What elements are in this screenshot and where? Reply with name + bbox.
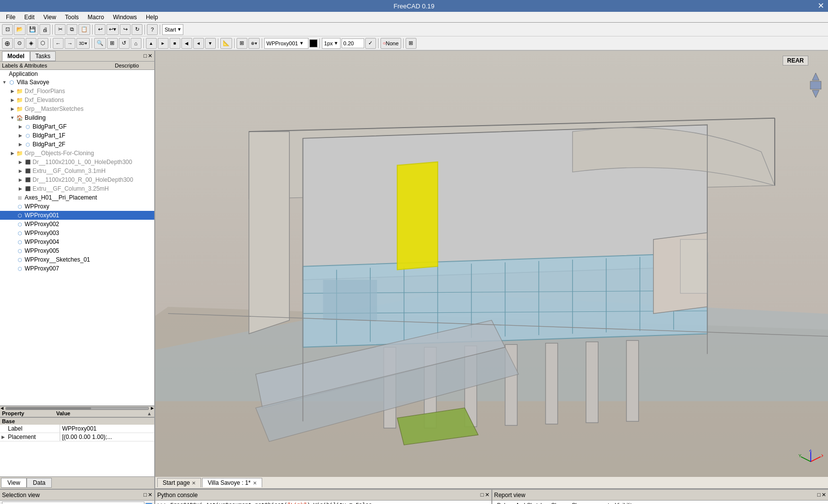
tb-3d-nav[interactable]: 3D▾ xyxy=(76,38,90,49)
tree-item-dxf-floor[interactable]: ▶ 📁 Dxf_FloorPlans xyxy=(0,87,154,96)
py-icon-1[interactable]: □ xyxy=(481,492,484,498)
tb-wp-dropdown[interactable]: WPProxy001 ▾ xyxy=(264,38,309,49)
tree-item-bldg-1f[interactable]: ▶ ⬡ BldgPart_1F xyxy=(0,131,154,140)
tb-undo[interactable]: ↩ xyxy=(95,24,105,35)
tree-item-villa[interactable]: ▼ ⬡ Villa Savoye xyxy=(0,78,154,87)
tb-start-dropdown[interactable]: Start ▾ xyxy=(162,24,183,35)
rpt-content[interactable]: : Debug: ArchSketch.onChange Change prop… xyxy=(492,501,828,504)
bldg-gf-expand[interactable]: ▶ xyxy=(17,123,24,130)
sel-icon-2[interactable]: ✕ xyxy=(148,492,152,498)
menu-windows[interactable]: Windows xyxy=(109,13,141,22)
tb-back2[interactable]: ◀ xyxy=(181,38,192,49)
tb-zoom2[interactable]: ⊞ xyxy=(107,38,118,49)
prop-tab-data[interactable]: Data xyxy=(27,478,52,488)
tb-right[interactable]: ► xyxy=(158,38,169,49)
tb-print[interactable]: 🖨 xyxy=(39,24,50,35)
tb-val-confirm[interactable]: ✓ xyxy=(365,38,376,49)
villa-expand[interactable]: ▼ xyxy=(1,79,8,86)
tree-item-bldg-gf[interactable]: ▶ ⬡ BldgPart_GF xyxy=(0,122,154,131)
tree-item-grp-master[interactable]: ▶ 📁 Grp__MasterSketches xyxy=(0,104,154,113)
tb-new[interactable]: ⊡ xyxy=(2,24,13,35)
menu-file[interactable]: File xyxy=(2,13,19,22)
tb-extra[interactable]: ⊞ xyxy=(406,38,416,49)
tb-zoom[interactable]: 🔍 xyxy=(94,38,106,49)
tree-item-dr-l[interactable]: ▶ ⬛ Dr__1100x2100_L_00_HoleDepth300 xyxy=(0,158,154,167)
tb-snap2[interactable]: ⊕▾ xyxy=(248,38,260,49)
tree-item-extru-col2[interactable]: ▶ ⬛ Extru__GF_Column_3.25mH xyxy=(0,184,154,193)
grp-master-expand[interactable]: ▶ xyxy=(9,105,16,112)
tb-none-btn[interactable]: ○ None xyxy=(380,38,401,49)
sel-search-input[interactable] xyxy=(2,502,144,504)
tree-item-axes[interactable]: ⊞ Axes_H01__Pri_Placement xyxy=(0,193,154,202)
tb-save[interactable]: 💾 xyxy=(27,24,38,35)
tb-cut[interactable]: ✂ xyxy=(55,24,66,35)
tb-view1[interactable]: ⊕ xyxy=(2,38,13,49)
rpt-icon-2[interactable]: ✕ xyxy=(822,492,826,498)
tree-item-dr-r[interactable]: ▶ ⬛ Dr__1100x2100_R_00_HoleDepth300 xyxy=(0,175,154,184)
tree-item-wpproxy002[interactable]: ⬡ WPProxy002 xyxy=(0,220,154,229)
viewport[interactable]: REAR X Y Z xyxy=(155,51,828,489)
prop-row-label[interactable]: Label WPProxy001 xyxy=(0,425,154,433)
py-content[interactable]: >>> FreeCADGui.ActiveDocument.getObject(… xyxy=(155,501,491,504)
menu-help[interactable]: Help xyxy=(142,13,162,22)
building-expand[interactable]: ▼ xyxy=(9,114,16,121)
tb-refresh[interactable]: ↻ xyxy=(132,24,142,35)
tree-item-wpproxy001[interactable]: ⬡ WPProxy001 xyxy=(0,211,154,220)
tree-item-grp-clone[interactable]: ▶ 📁 Grp__Objects-For-Cloning xyxy=(0,149,154,158)
tb-val-input[interactable] xyxy=(342,38,364,48)
tree-item-wpproxy-sk[interactable]: ⬡ WPProxy__Sketches_01 xyxy=(0,255,154,264)
close-button[interactable]: ✕ xyxy=(818,1,824,10)
prop-tab-view[interactable]: View xyxy=(1,478,27,488)
tree-item-application[interactable]: Application xyxy=(0,70,154,78)
extru-col2-expand[interactable]: ▶ xyxy=(17,185,24,192)
extru-col1-expand[interactable]: ▶ xyxy=(17,168,24,174)
tb-measure[interactable]: 📐 xyxy=(220,38,232,49)
grp-clone-expand[interactable]: ▶ xyxy=(9,150,16,157)
tb-rotate[interactable]: ↺ xyxy=(119,38,130,49)
py-icon-2[interactable]: ✕ xyxy=(485,492,489,498)
combo-tab-tasks[interactable]: Tasks xyxy=(30,51,56,61)
vp-tab-villa-close[interactable]: ✕ xyxy=(253,480,257,486)
prop-row-expand-1[interactable] xyxy=(0,425,6,433)
tree-item-dxf-elev[interactable]: ▶ 📁 Dxf_Elevations xyxy=(0,96,154,104)
menu-view[interactable]: View xyxy=(39,13,60,22)
nav-cube[interactable] xyxy=(808,70,823,101)
tb-redo[interactable]: ↪ xyxy=(120,24,131,35)
tb-top[interactable]: ▲ xyxy=(146,38,157,49)
tb-help[interactable]: ? xyxy=(147,24,158,35)
tree-item-extru-col1[interactable]: ▶ ⬛ Extru__GF_Column_3.1mH xyxy=(0,167,154,175)
tree-item-wpproxy003[interactable]: ⬡ WPProxy003 xyxy=(0,229,154,237)
tree-item-building[interactable]: ▼ 🏠 Building xyxy=(0,113,154,122)
tb-view2[interactable]: ⊙ xyxy=(14,38,25,49)
dxf-elev-expand[interactable]: ▶ xyxy=(9,97,16,103)
tb-view3[interactable]: ◈ xyxy=(26,38,36,49)
tb-undo2[interactable]: ↩▾ xyxy=(106,24,119,35)
tree-item-bldg-2f[interactable]: ▶ ⬡ BldgPart_2F xyxy=(0,140,154,149)
tree-item-wpproxy[interactable]: ⬡ WPProxy xyxy=(0,202,154,211)
tb-home[interactable]: ⌂ xyxy=(131,38,141,49)
combo-icon-2[interactable]: ✕ xyxy=(148,53,152,59)
rpt-icon-1[interactable]: □ xyxy=(817,492,821,498)
tb-snap[interactable]: ⊞ xyxy=(237,38,247,49)
tb-bottom[interactable]: ▼ xyxy=(205,38,216,49)
bldg-1f-expand[interactable]: ▶ xyxy=(17,132,24,139)
tb-left2[interactable]: ◄ xyxy=(193,38,204,49)
tb-view4[interactable]: ⬡ xyxy=(37,38,48,49)
tree-item-wpproxy005[interactable]: ⬡ WPProxy005 xyxy=(0,246,154,255)
tb-fwd[interactable]: → xyxy=(65,38,75,49)
dr-r-expand[interactable]: ▶ xyxy=(17,176,24,183)
tb-open[interactable]: 📂 xyxy=(14,24,26,35)
combo-tab-model[interactable]: Model xyxy=(2,51,30,61)
tb-color-box[interactable] xyxy=(310,39,317,47)
dxf-floor-expand[interactable]: ▶ xyxy=(9,88,16,95)
tree-item-wpproxy007[interactable]: ⬡ WPProxy007 xyxy=(0,264,154,273)
tb-px-dropdown[interactable]: 1px ▾ xyxy=(322,38,341,49)
dr-l-expand[interactable]: ▶ xyxy=(17,159,24,166)
tb-copy[interactable]: ⧉ xyxy=(67,24,77,35)
menu-tools[interactable]: Tools xyxy=(61,13,83,22)
tb-front[interactable]: ■ xyxy=(170,38,180,49)
tb-back[interactable]: ← xyxy=(53,38,64,49)
sel-icon-1[interactable]: □ xyxy=(143,492,147,498)
prop-scroll-up[interactable]: ▲ xyxy=(145,410,153,416)
menu-edit[interactable]: Edit xyxy=(20,13,38,22)
